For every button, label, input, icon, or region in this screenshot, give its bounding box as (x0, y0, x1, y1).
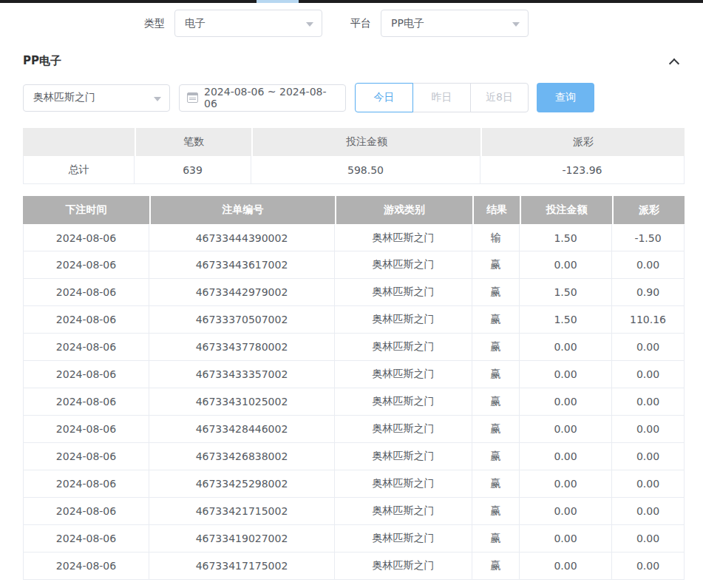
summary-header-empty (23, 128, 135, 156)
platform-select-value: PP电子 (391, 17, 424, 30)
cell-bet-amount: 1.50 (520, 224, 612, 251)
yesterday-button[interactable]: 昨日 (412, 83, 471, 112)
cell-game-type: 奥林匹斯之门 (335, 470, 472, 498)
game-select[interactable]: 奥林匹斯之门 (23, 84, 170, 112)
today-button[interactable]: 今日 (355, 83, 413, 112)
top-bar (0, 0, 703, 3)
type-label: 类型 (144, 17, 165, 30)
table-row: 2024-08-06 46733428446002 奥林匹斯之门 赢 0.00 … (23, 416, 685, 443)
game-select-value: 奥林匹斯之门 (33, 91, 95, 104)
cell-bet-amount: 0.00 (520, 416, 612, 443)
detail-header-bet-amount: 投注金额 (520, 196, 612, 224)
cell-payout: 0.00 (612, 416, 685, 443)
calendar-icon (187, 92, 198, 103)
cell-order-id: 46733437780002 (149, 334, 335, 361)
search-button[interactable]: 查询 (537, 83, 594, 112)
detail-table: 下注时间 注单编号 游戏类别 结果 投注金额 派彩 2024-08-06 467… (23, 196, 685, 580)
cell-result: 赢 (472, 306, 520, 334)
summary-table: 笔数 投注金额 派彩 总计 639 598.50 -123.96 (23, 128, 685, 184)
summary-total-label: 总计 (23, 156, 135, 184)
cell-result: 赢 (472, 498, 520, 525)
table-row: 2024-08-06 46733443617002 奥林匹斯之门 赢 0.00 … (23, 251, 685, 279)
collapse-chevron-icon[interactable] (669, 58, 679, 68)
cell-payout: 0.90 (612, 279, 685, 306)
table-row: 2024-08-06 46733370507002 奥林匹斯之门 赢 1.50 … (23, 306, 685, 334)
table-row: 2024-08-06 46733431025002 奥林匹斯之门 赢 0.00 … (23, 388, 685, 416)
chevron-down-icon (306, 22, 313, 27)
table-row: 2024-08-06 46733437780002 奥林匹斯之门 赢 0.00 … (23, 334, 685, 361)
cell-order-id: 46733425298002 (149, 470, 335, 498)
detail-header-bet-time: 下注时间 (23, 196, 149, 224)
cell-bet-time: 2024-08-06 (23, 279, 149, 306)
chevron-down-icon (512, 22, 520, 27)
cell-game-type: 奥林匹斯之门 (335, 279, 472, 306)
cell-order-id: 46733442979002 (149, 279, 335, 306)
table-row: 2024-08-06 46733419027002 奥林匹斯之门 赢 0.00 … (23, 525, 685, 552)
cell-order-id: 46733443617002 (149, 251, 335, 279)
cell-result: 赢 (472, 470, 520, 498)
cell-result: 赢 (472, 416, 520, 443)
cell-bet-amount: 0.00 (520, 525, 612, 552)
table-row: 2024-08-06 46733442979002 奥林匹斯之门 赢 1.50 … (23, 279, 685, 306)
table-row: 2024-08-06 46733421715002 奥林匹斯之门 赢 0.00 … (23, 498, 685, 525)
summary-header-count: 笔数 (135, 128, 251, 156)
cell-order-id: 46733419027002 (149, 525, 335, 552)
summary-header-bet: 投注金额 (251, 128, 480, 156)
cell-game-type: 奥林匹斯之门 (335, 552, 472, 580)
cell-game-type: 奥林匹斯之门 (335, 334, 472, 361)
last8days-button[interactable]: 近8日 (470, 83, 529, 112)
cell-game-type: 奥林匹斯之门 (335, 443, 472, 470)
date-range-input[interactable]: 2024-08-06 ~ 2024-08-06 (179, 84, 346, 112)
cell-result: 赢 (472, 361, 520, 388)
summary-header-row: 笔数 投注金额 派彩 (23, 128, 685, 156)
section-title: PP电子 (23, 54, 61, 68)
cell-payout: 0.00 (612, 251, 685, 279)
cell-game-type: 奥林匹斯之门 (335, 416, 472, 443)
cell-game-type: 奥林匹斯之门 (335, 361, 472, 388)
cell-payout: 0.00 (612, 361, 685, 388)
cell-result: 赢 (472, 388, 520, 416)
cell-order-id: 46733444390002 (149, 224, 335, 251)
cell-order-id: 46733431025002 (149, 388, 335, 416)
platform-select[interactable]: PP电子 (381, 10, 529, 37)
cell-bet-time: 2024-08-06 (23, 443, 149, 470)
cell-bet-time: 2024-08-06 (23, 251, 149, 279)
cell-bet-amount: 1.50 (520, 279, 612, 306)
cell-bet-time: 2024-08-06 (23, 361, 149, 388)
summary-total-payout: -123.96 (480, 156, 685, 184)
cell-payout: -1.50 (612, 224, 685, 251)
cell-result: 赢 (472, 525, 520, 552)
cell-result: 输 (472, 224, 520, 251)
cell-bet-amount: 0.00 (520, 388, 612, 416)
cell-bet-amount: 0.00 (520, 251, 612, 279)
type-select[interactable]: 电子 (174, 10, 322, 37)
summary-total-bet: 598.50 (251, 156, 480, 184)
platform-label: 平台 (350, 17, 371, 30)
summary-header-payout: 派彩 (480, 128, 685, 156)
cell-order-id: 46733370507002 (149, 306, 335, 334)
cell-order-id: 46733417175002 (149, 552, 335, 580)
cell-game-type: 奥林匹斯之门 (335, 388, 472, 416)
cell-bet-time: 2024-08-06 (23, 470, 149, 498)
filter-row: 奥林匹斯之门 2024-08-06 ~ 2024-08-06 今日 昨日 近8日… (23, 83, 703, 112)
cell-bet-amount: 0.00 (520, 334, 612, 361)
cell-bet-time: 2024-08-06 (23, 388, 149, 416)
table-row: 2024-08-06 46733433357002 奥林匹斯之门 赢 0.00 … (23, 361, 685, 388)
top-bar-accent (257, 0, 299, 3)
cell-payout: 0.00 (612, 498, 685, 525)
cell-result: 赢 (472, 334, 520, 361)
cell-bet-time: 2024-08-06 (23, 498, 149, 525)
cell-order-id: 46733433357002 (149, 361, 335, 388)
cell-game-type: 奥林匹斯之门 (335, 251, 472, 279)
cell-game-type: 奥林匹斯之门 (335, 306, 472, 334)
detail-header-payout: 派彩 (612, 196, 685, 224)
cell-bet-time: 2024-08-06 (23, 334, 149, 361)
table-row: 2024-08-06 46733417175002 奥林匹斯之门 赢 0.00 … (23, 552, 685, 580)
chevron-down-icon (154, 97, 161, 101)
summary-total-row: 总计 639 598.50 -123.96 (23, 156, 685, 184)
detail-header-result: 结果 (472, 196, 520, 224)
date-range-value: 2024-08-06 ~ 2024-08-06 (204, 86, 338, 109)
table-row: 2024-08-06 46733426838002 奥林匹斯之门 赢 0.00 … (23, 443, 685, 470)
cell-game-type: 奥林匹斯之门 (335, 525, 472, 552)
cell-game-type: 奥林匹斯之门 (335, 498, 472, 525)
